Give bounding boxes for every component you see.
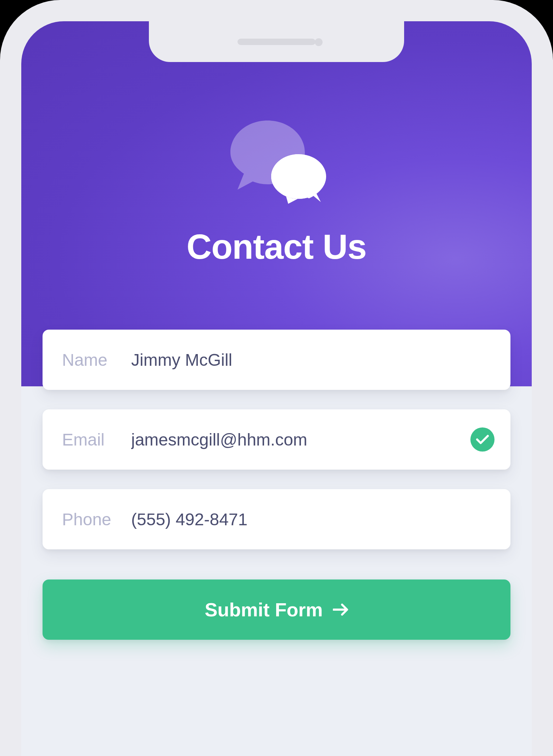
phone-label: Phone <box>62 510 131 529</box>
submit-button-label: Submit Form <box>205 599 323 621</box>
email-input[interactable] <box>131 430 491 449</box>
email-field-row: Email <box>43 409 510 470</box>
phone-input[interactable] <box>131 510 491 529</box>
email-label: Email <box>62 430 131 449</box>
contact-form: Name Email Phone Submit Form <box>43 330 510 640</box>
notch-camera-dot <box>315 38 323 46</box>
page-title: Contact Us <box>186 227 366 267</box>
name-label: Name <box>62 350 131 370</box>
phone-frame: Contact Us Name Email Phone <box>0 0 553 756</box>
phone-notch <box>149 21 404 62</box>
arrow-right-icon <box>333 603 348 616</box>
name-field-row: Name <box>43 330 510 390</box>
svg-point-0 <box>271 154 326 199</box>
chat-bubbles-icon <box>227 121 326 206</box>
phone-screen: Contact Us Name Email Phone <box>21 21 532 756</box>
name-input[interactable] <box>131 350 491 370</box>
phone-field-row: Phone <box>43 489 510 549</box>
submit-button[interactable]: Submit Form <box>43 579 510 640</box>
check-valid-icon <box>470 427 495 452</box>
notch-speaker <box>238 39 315 45</box>
